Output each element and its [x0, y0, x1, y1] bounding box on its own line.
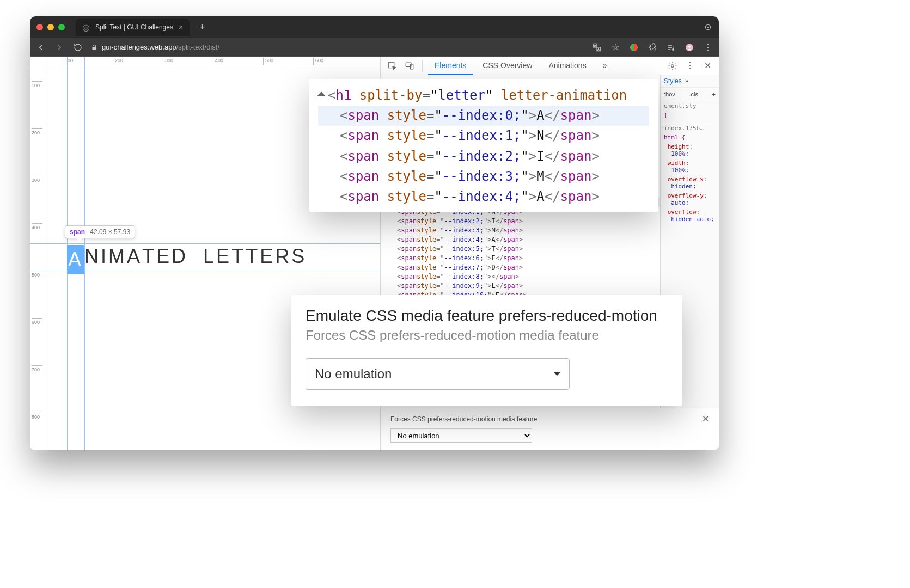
ruler-tick: 600 — [313, 58, 323, 65]
tabs-dropdown-icon[interactable] — [704, 23, 712, 32]
star-icon[interactable]: ☆ — [610, 42, 621, 53]
ruler-tick: 300 — [163, 58, 173, 65]
svg-point-8 — [671, 64, 674, 67]
heading-letter: E — [260, 245, 275, 274]
style-source[interactable]: index.175b… — [664, 125, 704, 132]
inspect-tooltip: span 42.09 × 57.93 — [65, 225, 135, 238]
hov-toggle[interactable]: :hov — [664, 91, 675, 97]
ruler-horizontal: 100200300400500600 — [30, 57, 380, 66]
devtools-tab-elements[interactable]: Elements — [428, 57, 473, 75]
tab-title: Split Text | GUI Challenges — [95, 23, 173, 31]
devtools-tab-css-overview[interactable]: CSS Overview — [476, 57, 539, 75]
popout-drawer-callout: Emulate CSS media feature prefers-reduce… — [291, 295, 682, 406]
translate-icon[interactable] — [591, 42, 602, 53]
toolbar-extensions: ☆ ⋮ — [591, 42, 713, 53]
ruler-tick: 700 — [32, 365, 42, 372]
ruler-tick: 200 — [32, 128, 42, 136]
heading-letter: A — [67, 245, 84, 274]
style-source: ement.sty — [664, 102, 697, 109]
popout-drawer-select[interactable]: No emulation — [306, 358, 570, 390]
devtools-tabs-overflow-icon[interactable]: » — [596, 57, 614, 75]
address-bar: gui-challenges.web.app/split-text/dist/ … — [30, 38, 719, 57]
style-rule[interactable]: overflow-x: hidden; — [661, 175, 719, 191]
heading-letter: N — [84, 245, 101, 274]
minimize-window[interactable] — [47, 24, 54, 30]
dom-tree-row[interactable]: <span style="--index:2;">I</span> — [381, 216, 660, 225]
maximize-window[interactable] — [58, 24, 65, 30]
window-controls — [36, 24, 65, 30]
dom-tree-row[interactable]: <span style="--index:4;">A</span> — [381, 235, 660, 244]
dom-tree-row[interactable]: <span style="--index:7;">D</span> — [381, 262, 660, 272]
heading-letter: T — [246, 245, 260, 274]
ruler-tick: 400 — [213, 58, 223, 65]
heading-letter: A — [127, 245, 142, 274]
heading-letter: D — [172, 245, 188, 274]
heading-letter — [188, 245, 203, 274]
page-heading: ANIMATED LETTERS — [67, 245, 307, 274]
heading-letter: T — [142, 245, 156, 274]
kebab-menu-icon[interactable]: ⋮ — [703, 42, 713, 53]
style-rule[interactable]: overflow: hidden auto; — [661, 207, 719, 224]
ruler-tick: 300 — [32, 176, 42, 183]
ruler-tick: 100 — [63, 58, 73, 65]
cls-toggle[interactable]: .cls — [689, 91, 698, 97]
tab-close-icon[interactable]: × — [179, 23, 183, 32]
heading-letter: L — [203, 245, 216, 274]
svg-point-0 — [705, 24, 710, 29]
ruler-tick: 800 — [32, 413, 42, 420]
styles-tabs-overflow-icon[interactable]: » — [685, 77, 689, 85]
styles-tab[interactable]: Styles — [664, 77, 682, 85]
style-rule[interactable]: height: 100%; — [661, 142, 719, 158]
extensions-puzzle-icon[interactable] — [647, 42, 658, 53]
url-field[interactable]: gui-challenges.web.app/split-text/dist/ — [91, 43, 219, 51]
add-rule-icon[interactable]: + — [712, 91, 716, 97]
new-tab-button[interactable]: + — [195, 22, 210, 33]
devtools-settings-icon[interactable] — [665, 59, 680, 73]
nav-reload-icon[interactable] — [72, 42, 83, 53]
tab-favicon: ◎ — [82, 23, 90, 31]
dom-tree-row[interactable]: <span style="--index:3;">M</span> — [381, 225, 660, 235]
dom-tree-row[interactable]: <span style="--index:9;">L</span> — [381, 281, 660, 290]
profile-avatar-icon[interactable] — [684, 42, 695, 53]
ruler-tick: 600 — [32, 318, 42, 325]
style-rule[interactable]: overflow-y: auto; — [661, 191, 719, 207]
device-toggle-icon[interactable] — [402, 59, 417, 73]
heading-letter: T — [231, 245, 246, 274]
drawer-select[interactable]: No emulation — [390, 428, 532, 443]
style-rule[interactable]: width: 100%; — [661, 158, 719, 175]
dom-tree-row[interactable]: <span style="--index:5;">T</span> — [381, 244, 660, 253]
svg-point-4 — [688, 45, 691, 47]
nav-back-icon[interactable] — [35, 42, 46, 53]
heading-letter: I — [101, 245, 108, 274]
style-rule[interactable]: html { — [661, 133, 719, 142]
devtools-tabbar: Elements CSS Overview Animations » ⋮ ✕ — [381, 57, 719, 75]
devtools-tab-animations[interactable]: Animations — [542, 57, 593, 75]
devtools-close-icon[interactable]: ✕ — [700, 59, 714, 73]
dom-tree-row[interactable]: <span style="--index:8;"></span> — [381, 272, 660, 281]
drawer-close-icon[interactable]: ✕ — [702, 414, 709, 424]
lock-icon — [91, 44, 97, 51]
heading-letter: R — [275, 245, 291, 274]
heading-letter: S — [291, 245, 307, 274]
heading-letter: E — [156, 245, 172, 274]
url-text: gui-challenges.web.app/split-text/dist/ — [102, 43, 219, 51]
music-queue-icon[interactable] — [665, 42, 676, 53]
drawer-label: Forces CSS prefers-reduced-motion media … — [390, 415, 537, 423]
close-window[interactable] — [36, 24, 43, 30]
popout-drawer-select-value: No emulation — [315, 366, 392, 382]
ruler-tick: 500 — [32, 271, 42, 278]
devtools-drawer: Forces CSS prefers-reduced-motion media … — [381, 408, 719, 450]
inspect-element-icon[interactable] — [385, 59, 399, 73]
nav-forward-icon[interactable] — [54, 42, 65, 53]
title-bar: ◎ Split Text | GUI Challenges × + — [30, 16, 719, 38]
ruler-tick: 500 — [263, 58, 273, 65]
browser-tab[interactable]: ◎ Split Text | GUI Challenges × — [76, 19, 190, 36]
ruler-tick: 200 — [113, 58, 123, 65]
ruler-tick: 400 — [32, 223, 42, 230]
popout-code-callout: <h1 split-by="letter" letter-animation<s… — [309, 79, 658, 212]
chevron-down-icon — [554, 372, 560, 379]
dom-tree-row[interactable]: <span style="--index:6;">E</span> — [381, 253, 660, 262]
extension-colorful-icon[interactable] — [628, 42, 639, 53]
devtools-kebab-icon[interactable]: ⋮ — [683, 59, 697, 73]
ruler-vertical: 100200300400500600700800 — [30, 57, 44, 450]
